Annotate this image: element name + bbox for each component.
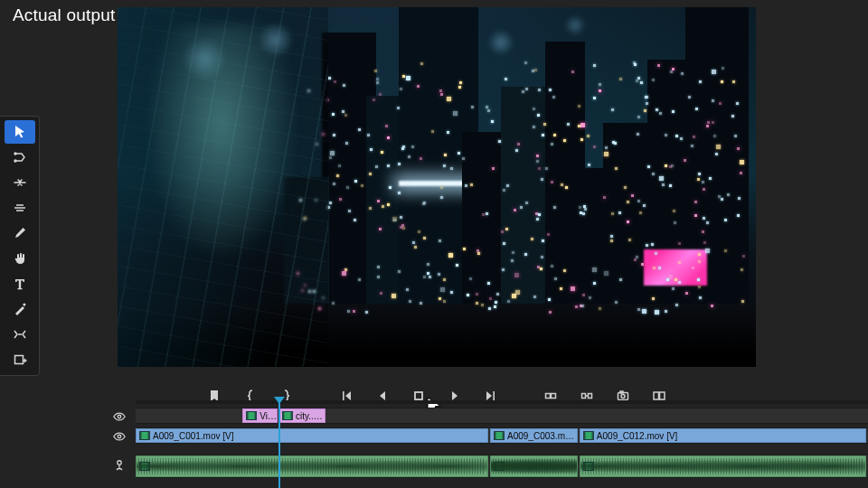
clip-label: A009_C012.mov [V] [597, 431, 678, 441]
svg-rect-18 [255, 412, 257, 420]
svg-rect-26 [495, 432, 496, 440]
clip-thumbnail-icon [583, 430, 594, 441]
track-headers [103, 404, 136, 488]
clip-thumbnail-icon [282, 410, 293, 421]
track-select-forward-tool[interactable] [5, 145, 35, 169]
clip-label: A009_C003.mov [V] [507, 431, 577, 441]
track-a1[interactable] [136, 455, 868, 478]
svg-point-15 [118, 461, 121, 465]
clip-label: city... [V] [296, 411, 325, 421]
video-clip[interactable]: city... [V] [278, 408, 326, 423]
pen-tool[interactable] [5, 221, 35, 245]
svg-rect-2 [14, 356, 23, 364]
svg-rect-4 [546, 394, 551, 399]
track-v2[interactable]: Viewcity... [V] [136, 408, 868, 424]
svg-rect-11 [654, 392, 659, 399]
svg-point-1 [14, 160, 16, 162]
svg-point-0 [14, 153, 16, 155]
time-ruler[interactable] [136, 400, 868, 404]
svg-rect-7 [589, 394, 592, 399]
audio-clip[interactable] [580, 455, 867, 477]
hand-tool[interactable] [5, 247, 35, 270]
toggle-track-output-a1-icon[interactable] [110, 456, 128, 474]
track-divider [136, 446, 868, 453]
toggle-track-output-v1-icon[interactable] [110, 427, 128, 446]
clip-thumbnail-icon [246, 410, 257, 421]
timeline-panel: Viewcity... [V] A009_C001.mov [V]A009_C0… [103, 404, 868, 488]
clip-thumbnail-icon [139, 430, 150, 441]
clip-thumbnail-icon [494, 430, 505, 441]
svg-rect-5 [552, 394, 556, 399]
razor-tool[interactable] [5, 196, 35, 220]
video-clip[interactable]: A009_C003.mov [V] [490, 428, 578, 443]
svg-rect-12 [660, 392, 665, 399]
svg-rect-20 [282, 412, 284, 420]
program-monitor [103, 0, 857, 380]
svg-rect-21 [290, 412, 292, 420]
svg-point-13 [118, 415, 121, 418]
svg-rect-3 [415, 392, 422, 399]
add-edit-tool[interactable] [5, 348, 35, 371]
remix-tool[interactable] [5, 297, 35, 321]
tool-rail [0, 116, 40, 376]
track-v1[interactable]: A009_C001.mov [V]A009_C003.mov [V]A009_C… [136, 427, 868, 444]
video-clip[interactable]: A009_C012.mov [V] [580, 428, 867, 443]
type-tool[interactable] [5, 272, 35, 296]
video-clip[interactable]: A009_C001.mov [V] [136, 428, 488, 443]
program-monitor-canvas[interactable] [118, 7, 756, 367]
slip-tool[interactable] [5, 323, 35, 346]
app-root: { "caption": "Actual output generated by… [0, 0, 868, 488]
selection-tool[interactable] [5, 120, 35, 144]
clip-label: View [259, 411, 277, 421]
svg-rect-24 [148, 432, 150, 440]
svg-rect-6 [582, 394, 586, 399]
ripple-edit-tool[interactable] [5, 171, 35, 194]
svg-rect-17 [247, 412, 249, 420]
svg-rect-27 [503, 432, 505, 440]
video-clip[interactable]: View [242, 408, 278, 423]
audio-clip[interactable] [136, 455, 488, 477]
timeline-tracks[interactable]: Viewcity... [V] A009_C001.mov [V]A009_C0… [136, 404, 868, 488]
toggle-track-output-v2-icon[interactable] [110, 408, 128, 426]
playhead[interactable] [278, 402, 280, 488]
svg-rect-30 [591, 432, 593, 440]
svg-rect-29 [583, 432, 585, 440]
svg-rect-23 [140, 432, 142, 440]
svg-point-14 [118, 435, 121, 438]
clip-label: A009_C001.mov [V] [153, 431, 234, 441]
audio-clip[interactable] [490, 455, 578, 477]
svg-point-9 [621, 395, 625, 399]
